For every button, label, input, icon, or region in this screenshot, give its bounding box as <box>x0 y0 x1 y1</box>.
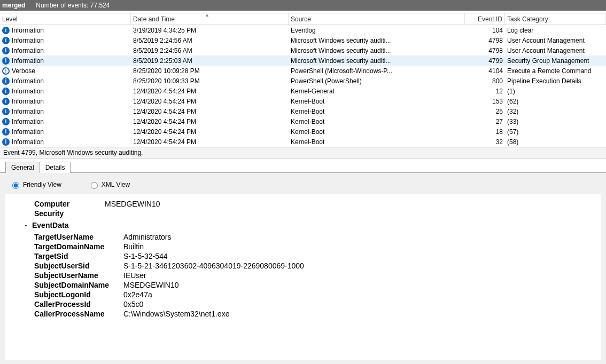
column-header-task[interactable]: Task Category <box>505 13 606 25</box>
cell-date: 3/19/2019 4:34:25 PM <box>131 27 289 34</box>
level-text: Verbose <box>12 67 35 75</box>
column-header-level[interactable]: Level <box>0 13 131 25</box>
event-row[interactable]: iInformation12/4/2020 4:54:24 PMKernel-B… <box>0 137 606 147</box>
title-bar: merged Number of events: 77,524 <box>0 0 606 11</box>
computer-value: MSEDGEWIN10 <box>104 200 160 208</box>
level-text: Information <box>12 128 44 136</box>
eventdata-value: S-1-5-21-3461203602-4096304019-226908006… <box>122 262 304 270</box>
eventdata-row: TargetDomainNameBuiltin <box>34 242 588 251</box>
eventdata-row: TargetUserNameAdministrators <box>34 233 588 241</box>
collapse-icon: - <box>25 221 32 230</box>
event-list[interactable]: iInformation3/19/2019 4:34:25 PMEventlog… <box>0 25 606 147</box>
eventdata-value: 0x5c0 <box>122 300 143 308</box>
cell-source: Kernel-Boot <box>289 138 465 146</box>
eventdata-key: TargetUserName <box>34 233 122 241</box>
event-row[interactable]: iInformation8/5/2019 2:24:56 AMMicrosoft… <box>0 35 606 45</box>
cell-eventid: 4798 <box>465 47 505 54</box>
xml-view-radio[interactable]: XML View <box>88 180 130 189</box>
info-icon: i <box>2 88 10 95</box>
event-row[interactable]: iInformation12/4/2020 4:54:24 PMKernel-G… <box>0 86 606 96</box>
column-header-source[interactable]: Source <box>289 13 465 25</box>
column-header-level-label: Level <box>2 15 18 23</box>
eventdata-list: TargetUserNameAdministratorsTargetDomain… <box>34 233 588 318</box>
level-text: Information <box>12 88 44 95</box>
event-row[interactable]: iInformation12/4/2020 4:54:24 PMKernel-B… <box>0 126 606 137</box>
cell-date: 8/5/2019 2:25:03 AM <box>131 57 289 65</box>
log-name: merged <box>2 2 25 9</box>
eventdata-key: SubjectDomainName <box>34 281 122 289</box>
event-row[interactable]: iInformation12/4/2020 4:54:24 PMKernel-B… <box>0 116 606 126</box>
cell-source: PowerShell (Microsoft-Windows-P... <box>289 67 465 75</box>
cell-date: 12/4/2020 4:54:24 PM <box>131 98 289 105</box>
eventdata-section-header[interactable]: - EventData <box>34 221 588 230</box>
eventdata-key: SubjectUserSid <box>34 262 122 270</box>
level-text: Information <box>12 118 44 125</box>
event-table-header: Level Date and Time ▲ Source Event ID Ta… <box>0 13 606 25</box>
cell-eventid: 32 <box>465 138 505 146</box>
level-text: Information <box>12 98 44 105</box>
column-header-eventid[interactable]: Event ID <box>465 13 505 25</box>
event-row[interactable]: iInformation8/5/2019 2:25:03 AMMicrosoft… <box>0 56 606 66</box>
tab-general[interactable]: General <box>5 162 40 173</box>
cell-source: Microsoft Windows security auditi... <box>289 37 465 44</box>
sort-indicator-icon: ▲ <box>205 13 209 18</box>
cell-source: Kernel-General <box>289 88 465 95</box>
eventdata-row: SubjectLogonId0x2e47a <box>34 290 588 299</box>
cell-eventid: 4798 <box>465 37 505 44</box>
tab-details-label: Details <box>45 164 65 171</box>
cell-task: User Account Management <box>505 47 606 54</box>
info-icon: i <box>2 37 10 44</box>
cell-date: 12/4/2020 4:54:24 PM <box>131 128 289 136</box>
cell-eventid: 12 <box>465 88 505 95</box>
eventdata-row: CallerProcessNameC:\Windows\System32\net… <box>34 310 588 318</box>
xml-view-radio-input[interactable] <box>91 182 98 189</box>
view-mode-radios: Friendly View XML View <box>10 180 596 189</box>
event-row[interactable]: iInformation12/4/2020 4:54:24 PMKernel-B… <box>0 96 606 106</box>
info-icon: i <box>2 47 10 54</box>
column-header-date[interactable]: Date and Time ▲ <box>131 13 289 25</box>
cell-task: (57) <box>505 128 606 136</box>
cell-date: 12/4/2020 4:54:24 PM <box>131 108 289 115</box>
eventdata-value: S-1-5-32-544 <box>122 252 168 260</box>
cell-source: PowerShell (PowerShell) <box>289 77 465 85</box>
cell-source: Eventlog <box>289 27 465 34</box>
cell-source: Kernel-Boot <box>289 98 465 105</box>
cell-eventid: 104 <box>465 27 505 34</box>
tab-details[interactable]: Details <box>40 162 71 173</box>
cell-source: Kernel-Boot <box>289 128 465 136</box>
eventdata-row: SubjectDomainNameMSEDGEWIN10 <box>34 281 588 289</box>
friendly-view-radio[interactable]: Friendly View <box>10 180 61 189</box>
cell-task: (58) <box>505 138 606 146</box>
level-text: Information <box>12 47 44 54</box>
cell-date: 12/4/2020 4:54:24 PM <box>131 118 289 125</box>
event-count: Number of events: 77,524 <box>36 2 110 9</box>
event-row[interactable]: !Verbose8/25/2020 10:09:28 PMPowerShell … <box>0 66 606 76</box>
event-row[interactable]: iInformation3/19/2019 4:34:25 PMEventlog… <box>0 25 606 35</box>
friendly-view-radio-input[interactable] <box>12 182 19 189</box>
cell-task: User Account Management <box>505 37 606 44</box>
event-row[interactable]: iInformation8/25/2020 10:09:33 PMPowerSh… <box>0 76 606 86</box>
eventdata-key: TargetSid <box>34 252 122 260</box>
cell-date: 12/4/2020 4:54:24 PM <box>131 138 289 146</box>
cell-task: Execute a Remote Command <box>505 67 606 75</box>
eventdata-value: 0x2e47a <box>122 290 152 299</box>
eventdata-row: SubjectUserNameIEUser <box>34 271 588 280</box>
info-icon: i <box>2 108 10 115</box>
cell-task: Security Group Management <box>505 57 606 65</box>
cell-eventid: 27 <box>465 118 505 125</box>
level-text: Information <box>12 27 44 34</box>
event-row[interactable]: iInformation12/4/2020 4:54:24 PMKernel-B… <box>0 106 606 116</box>
info-icon: i <box>2 27 10 34</box>
eventdata-key: TargetDomainName <box>34 242 122 251</box>
event-row[interactable]: iInformation8/5/2019 2:24:56 AMMicrosoft… <box>0 45 606 56</box>
cell-source: Microsoft Windows security auditi... <box>289 47 465 54</box>
cell-source: Kernel-Boot <box>289 108 465 115</box>
detail-content: Computer MSEDGEWIN10 Security - EventDat… <box>5 194 601 360</box>
cell-eventid: 153 <box>465 98 505 105</box>
xml-view-label: XML View <box>102 181 130 188</box>
level-text: Information <box>12 77 44 85</box>
info-icon: i <box>2 77 10 85</box>
eventdata-row: SubjectUserSidS-1-5-21-3461203602-409630… <box>34 262 588 270</box>
cell-task: (33) <box>505 118 606 125</box>
event-table: Level Date and Time ▲ Source Event ID Ta… <box>0 13 606 147</box>
